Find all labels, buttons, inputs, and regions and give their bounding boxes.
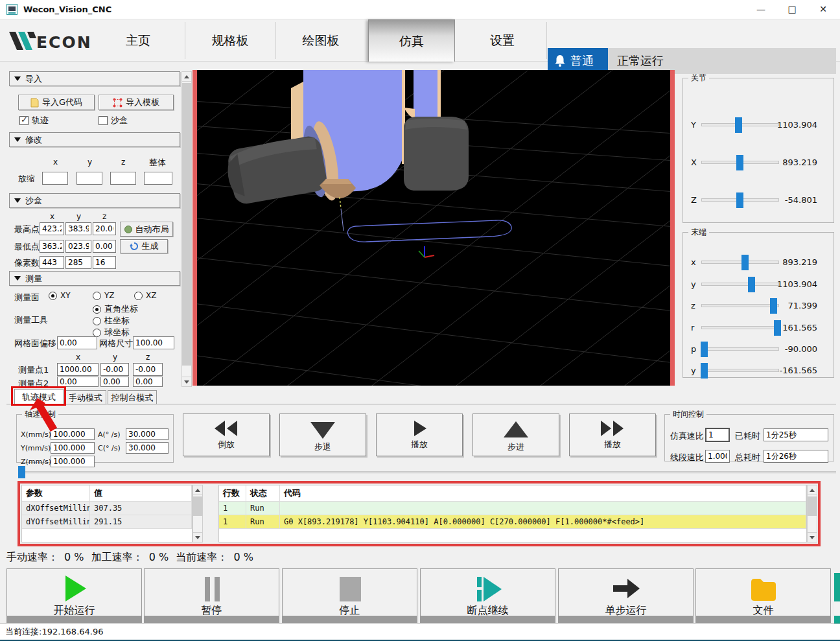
- section-header-modify[interactable]: 修改: [9, 132, 180, 147]
- start-run-button[interactable]: 开始运行: [6, 568, 142, 623]
- max-x-input[interactable]: [40, 222, 64, 235]
- sim-ratio-input[interactable]: [705, 428, 730, 442]
- import-gcode-button[interactable]: 导入G代码: [18, 95, 95, 110]
- elapsed-input[interactable]: [764, 428, 828, 441]
- max-z-input[interactable]: [93, 222, 116, 235]
- single-step-button[interactable]: 单步运行: [558, 568, 694, 623]
- pixel-z-input[interactable]: [93, 256, 116, 269]
- radio-sphere-coord[interactable]: 球坐标: [93, 327, 130, 338]
- tab-home[interactable]: 主页: [96, 19, 180, 62]
- pixel-x-input[interactable]: [40, 256, 64, 269]
- slider-thumb[interactable]: [741, 255, 749, 270]
- maximize-button[interactable]: □: [778, 0, 806, 19]
- timeline-thumb[interactable]: [18, 466, 25, 478]
- scrollbar-thumb[interactable]: [193, 496, 202, 516]
- scroll-up-button[interactable]: [193, 485, 202, 495]
- p1-z-input[interactable]: [133, 363, 163, 376]
- slider-thumb[interactable]: [735, 117, 742, 133]
- min-z-input[interactable]: [93, 240, 116, 253]
- scale-y-input[interactable]: [76, 172, 102, 185]
- slider-thumb[interactable]: [748, 277, 755, 292]
- scrollbar-thumb[interactable]: [182, 83, 191, 366]
- tab-simulation[interactable]: 仿真: [368, 19, 455, 62]
- measure-plane-label: 测量面: [14, 292, 40, 303]
- tab-spec-board[interactable]: 规格板: [188, 19, 272, 62]
- scale-x-input[interactable]: [42, 172, 68, 185]
- end-slider-x: x 893.219: [683, 255, 834, 270]
- radio-cyl-coord[interactable]: 柱坐标: [93, 315, 130, 327]
- section-header-measure[interactable]: 测量: [9, 271, 180, 286]
- c-speed-input[interactable]: [126, 442, 169, 454]
- left-panel-scrollbar[interactable]: [181, 71, 192, 387]
- grid-offset-input[interactable]: [57, 336, 97, 349]
- scale-all-input[interactable]: [144, 172, 172, 185]
- scroll-up-button[interactable]: [808, 485, 817, 495]
- application-window: Wecon_Vision_CNC — □ ✕ ECON 主页 规格板 绘图板 仿…: [0, 0, 840, 641]
- slider-thumb[interactable]: [736, 192, 743, 208]
- p1-y-input[interactable]: [100, 363, 129, 376]
- code-table-scrollbar[interactable]: [807, 485, 817, 542]
- slider-thumb[interactable]: [736, 155, 743, 170]
- slider-thumb[interactable]: [701, 363, 708, 379]
- breakpoint-resume-button[interactable]: 断点继续: [420, 568, 555, 623]
- max-y-input[interactable]: [65, 222, 91, 235]
- track-checkbox[interactable]: 轨迹: [19, 115, 49, 126]
- p1-x-input[interactable]: [57, 363, 99, 376]
- minimize-button[interactable]: —: [747, 0, 775, 19]
- tab-manual-mode[interactable]: 手动模式: [65, 390, 106, 404]
- auto-layout-button[interactable]: 自动布局: [120, 222, 173, 237]
- parameter-table[interactable]: 参数 值 dXOffsetMilling 307.35 dYOffsetMill…: [21, 485, 192, 542]
- a-speed-input[interactable]: [126, 428, 169, 440]
- close-button[interactable]: ✕: [809, 0, 837, 19]
- scroll-down-button[interactable]: [193, 532, 202, 542]
- fast-play-button[interactable]: 播放: [569, 414, 656, 456]
- section-header-sandbox[interactable]: 沙盒: [9, 193, 180, 208]
- table-row[interactable]: dYOffsetMilling 291.15: [22, 515, 192, 529]
- play-button[interactable]: 播放: [376, 414, 463, 456]
- gcode-table[interactable]: 行数 状态 代码 1 Run 1 Run G0 X[893.219178] Y[…: [218, 485, 807, 542]
- table-row[interactable]: dXOffsetMilling 307.35: [22, 502, 192, 515]
- pause-button[interactable]: 暂停: [144, 568, 279, 623]
- section-header-import[interactable]: 导入: [9, 71, 180, 86]
- radio-plane-xz[interactable]: XZ: [134, 291, 156, 300]
- total-time-input[interactable]: [764, 450, 828, 463]
- import-template-button[interactable]: 导入模板: [99, 95, 174, 110]
- min-x-input[interactable]: [40, 240, 64, 253]
- y-speed-input[interactable]: [51, 442, 95, 454]
- scroll-down-button[interactable]: [808, 532, 817, 542]
- stop-button[interactable]: 停止: [282, 568, 417, 623]
- sandbox-checkbox[interactable]: 沙盒: [99, 115, 128, 126]
- alarm-label: 普通: [570, 53, 594, 69]
- rewind-button[interactable]: 倒放: [183, 414, 270, 456]
- radio-icon: [134, 292, 143, 300]
- scale-z-input[interactable]: [110, 172, 136, 185]
- end-slider-p: p -90.000: [683, 342, 834, 357]
- file-button[interactable]: 文件: [695, 568, 831, 623]
- p2-y-input[interactable]: [100, 377, 129, 387]
- slider-thumb[interactable]: [701, 342, 708, 357]
- p2-z-input[interactable]: [133, 377, 163, 387]
- z-speed-input[interactable]: [51, 456, 95, 467]
- p2-x-input[interactable]: [57, 377, 99, 387]
- segment-ratio-input[interactable]: [705, 450, 730, 463]
- radio-plane-yz[interactable]: YZ: [93, 291, 115, 300]
- radio-plane-xy[interactable]: XY: [49, 291, 71, 300]
- code-row-run[interactable]: 1 Run: [219, 502, 806, 515]
- scroll-down-button[interactable]: [182, 377, 191, 386]
- grid-size-input[interactable]: [133, 336, 174, 349]
- tab-settings[interactable]: 设置: [460, 19, 544, 62]
- timeline-track[interactable]: [19, 471, 836, 472]
- pixel-y-input[interactable]: [65, 256, 91, 269]
- generate-button[interactable]: 生成: [120, 239, 168, 253]
- param-table-scrollbar[interactable]: [192, 485, 203, 542]
- scroll-up-button[interactable]: [182, 72, 191, 82]
- code-row-current[interactable]: 1 Run G0 X[893.219178] Y[1103.904110] A[…: [219, 515, 806, 529]
- min-y-input[interactable]: [65, 240, 91, 253]
- radio-rect-coord[interactable]: 直角坐标: [93, 303, 138, 315]
- scrollbar-thumb[interactable]: [808, 496, 817, 516]
- 3d-viewport[interactable]: [192, 70, 675, 386]
- tab-draw-board[interactable]: 绘图板: [279, 19, 363, 62]
- step-forward-button[interactable]: 步进: [472, 414, 559, 456]
- step-back-button[interactable]: 步退: [279, 414, 366, 456]
- tab-console-mode[interactable]: 控制台模式: [108, 390, 157, 404]
